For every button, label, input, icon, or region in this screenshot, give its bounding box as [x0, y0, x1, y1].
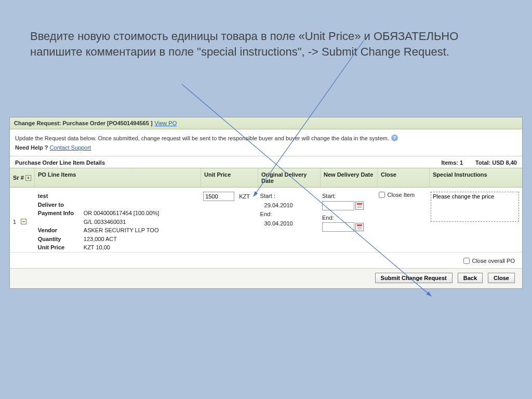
change-request-panel: Change Request: Purchase Order [PO450149…	[9, 117, 523, 289]
header-title-suffix: ]	[149, 120, 153, 126]
new-end-label: End:	[322, 214, 373, 223]
close-item-label: Close Item	[387, 192, 415, 198]
unitprice-label: Unit Price	[38, 243, 84, 252]
items-count: 1	[460, 159, 463, 166]
item-name: test	[38, 192, 84, 201]
back-button[interactable]: Back	[458, 273, 483, 283]
header-title-prefix: Change Request: Purchase Order [	[14, 120, 109, 126]
table-header: Sr # + PO Line Items Unit Price Original…	[10, 168, 522, 188]
close-item-checkbox[interactable]	[379, 192, 385, 198]
currency-label: KZT	[239, 193, 250, 200]
info-text: Update the Request data below. Once subm…	[15, 135, 389, 141]
close-overall-po-checkbox[interactable]	[463, 258, 470, 264]
col-unit-price: Unit Price	[201, 168, 258, 187]
deliver-to-label: Deliver to	[38, 201, 84, 209]
section-title-row: Purchase Order Line Item Details Items: …	[10, 156, 522, 168]
close-overall-po-label: Close overall PO	[472, 258, 515, 264]
collapse-row-icon[interactable]: −	[21, 219, 26, 224]
quantity-value: 123,000 ACT	[84, 235, 117, 244]
special-instructions-input[interactable]	[431, 192, 519, 222]
calendar-icon[interactable]	[355, 202, 364, 210]
new-start-label: Start:	[322, 192, 373, 201]
unitprice-value: KZT 10,00	[84, 243, 110, 252]
new-end-date-input[interactable]	[322, 222, 354, 232]
close-button[interactable]: Close	[488, 273, 515, 283]
col-po-line: PO Line Items	[35, 168, 201, 187]
orig-end-value: 30.04.2010	[260, 219, 316, 229]
help-icon[interactable]: ?	[391, 135, 398, 141]
quantity-label: Quantity	[38, 235, 84, 244]
col-new-date: New Delivery Date	[321, 168, 378, 187]
orig-end-label: End:	[260, 210, 316, 219]
vendor-label: Vendor	[38, 226, 84, 235]
view-po-link[interactable]: View PO	[155, 120, 177, 126]
table-row: 1 − test Deliver to Payment InfoOR 00400…	[10, 188, 522, 252]
new-start-date-input[interactable]	[322, 201, 354, 210]
orig-start-value: 29.04.2010	[260, 201, 316, 210]
submit-change-request-button[interactable]: Submit Change Request	[375, 273, 453, 283]
unit-price-input[interactable]	[203, 192, 234, 201]
section-title: Purchase Order Line Item Details	[15, 159, 105, 166]
payment-info-2: G/L 0033460031	[84, 218, 126, 227]
panel-header: Change Request: Purchase Order [PO450149…	[10, 117, 522, 129]
total-label: Total:	[475, 159, 490, 166]
payment-info-1: OR 004000617454 [100.00%]	[84, 209, 159, 218]
need-help-label: Need Help ?	[15, 144, 48, 151]
header-po-number: PO4501494565	[109, 120, 149, 126]
slide-instruction-text: Введите новую стоимость единицы товара в…	[30, 29, 496, 59]
button-row: Submit Change Request Back Close	[10, 268, 522, 288]
expand-all-icon[interactable]: +	[25, 175, 31, 181]
col-spec: Special Instructions	[430, 168, 522, 187]
items-label: Items:	[442, 159, 458, 166]
vendor-value: ASKER SECURITY LLP TOO	[84, 226, 159, 235]
row-sr: 1	[13, 219, 16, 225]
col-sr: Sr #	[13, 175, 24, 181]
payment-info-label: Payment Info	[38, 209, 84, 218]
orig-start-label: Start :	[260, 192, 316, 201]
calendar-icon[interactable]	[355, 223, 364, 231]
info-block: Update the Request data below. Once subm…	[10, 129, 522, 156]
contact-support-link[interactable]: Contact Support	[50, 144, 91, 151]
col-close: Close	[378, 168, 430, 187]
total-value: USD 8,40	[492, 159, 517, 166]
col-orig-date: Original Delivery Date	[258, 168, 321, 187]
